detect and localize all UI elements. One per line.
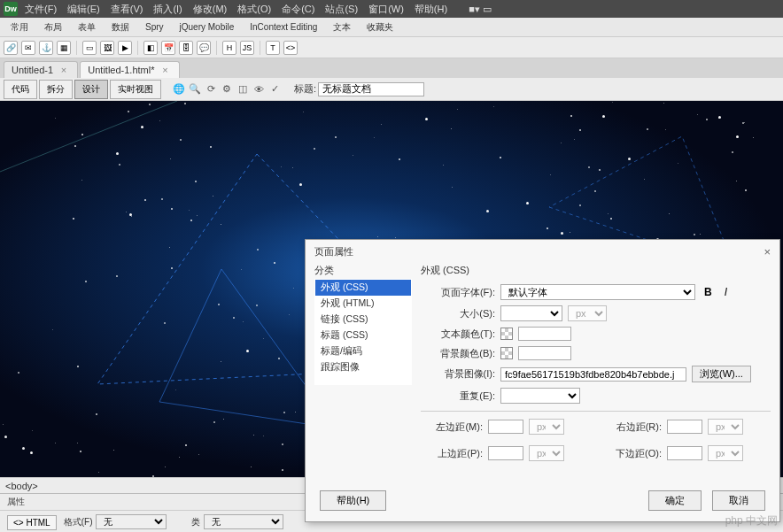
image-icon[interactable]: 🖼 <box>100 41 114 55</box>
size-select[interactable] <box>500 305 562 321</box>
insert-tab-incontext[interactable]: InContext Editing <box>243 20 324 34</box>
check-icon[interactable]: ✓ <box>267 82 282 96</box>
menu-edit[interactable]: 编辑(E) <box>64 1 104 18</box>
margin-bottom-unit[interactable]: px <box>708 445 743 461</box>
template-icon[interactable]: T <box>266 41 280 55</box>
view-split-button[interactable]: 拆分 <box>39 80 73 99</box>
bg-color-input[interactable] <box>518 346 571 360</box>
view-live-button[interactable]: 实时视图 <box>110 80 161 99</box>
body-tag[interactable]: <body> <box>5 481 38 491</box>
menu-format[interactable]: 格式(O) <box>234 1 275 18</box>
live-code-icon[interactable]: 🌐 <box>172 82 186 96</box>
category-item-appearance-css[interactable]: 外观 (CSS) <box>315 280 411 296</box>
document-tabs: Untitled-1 × Untitled-1.html* × <box>0 58 783 78</box>
insert-tab-common[interactable]: 常用 <box>4 19 35 35</box>
insert-tab-data[interactable]: 数据 <box>105 19 136 35</box>
separator <box>260 41 260 55</box>
class-label: 类 <box>191 516 200 528</box>
visual-aids-icon[interactable]: ◫ <box>236 82 250 96</box>
category-item-appearance-html[interactable]: 外观 (HTML) <box>315 296 411 312</box>
browse-button[interactable]: 浏览(W)... <box>692 366 751 382</box>
help-button[interactable]: 帮助(H) <box>320 490 386 511</box>
font-select[interactable]: 默认字体 <box>500 284 695 300</box>
margin-bottom-input[interactable] <box>667 446 702 460</box>
app-logo: Dw <box>4 2 18 16</box>
insert-toolbar: 常用 布局 表单 数据 Spry jQuery Mobile InContext… <box>0 18 783 37</box>
size-unit-select[interactable]: px <box>568 305 607 321</box>
div-icon[interactable]: ▭ <box>82 41 97 55</box>
workspace-switcher[interactable]: ■▾ ▭ <box>465 2 495 17</box>
insert-tab-text[interactable]: 文本 <box>326 19 358 35</box>
divider <box>421 411 771 412</box>
close-icon[interactable]: × <box>764 245 771 258</box>
repeat-select[interactable] <box>500 388 580 404</box>
document-tab[interactable]: Untitled-1 × <box>4 61 78 78</box>
hyperlink-icon[interactable]: 🔗 <box>4 41 18 55</box>
italic-button[interactable]: I <box>721 286 731 298</box>
email-icon[interactable]: ✉ <box>21 41 35 55</box>
insert-icon-toolbar: 🔗 ✉ ⚓ ▦ ▭ 🖼 ▶ ◧ 📅 🗄 💬 H JS T <> <box>0 37 783 58</box>
margin-left-input[interactable] <box>488 420 523 434</box>
size-label: 大小(S): <box>421 307 495 320</box>
cancel-button[interactable]: 取消 <box>712 490 765 511</box>
bg-color-swatch[interactable] <box>500 347 513 359</box>
class-select[interactable]: 无 <box>204 514 283 529</box>
tag-icon[interactable]: <> <box>283 41 298 55</box>
insert-tab-jquery[interactable]: jQuery Mobile <box>173 20 242 34</box>
table-icon[interactable]: ▦ <box>57 41 71 55</box>
document-tab[interactable]: Untitled-1.html* × <box>80 61 179 78</box>
widget-icon[interactable]: ◧ <box>143 41 158 55</box>
insert-tab-spry[interactable]: Spry <box>138 20 171 34</box>
title-input[interactable] <box>318 82 424 96</box>
media-icon[interactable]: ▶ <box>118 41 132 55</box>
text-color-label: 文本颜色(T): <box>421 328 495 341</box>
options-icon[interactable]: ⚙ <box>220 82 234 96</box>
category-list[interactable]: 外观 (CSS) 外观 (HTML) 链接 (CSS) 标题 (CSS) 标题/… <box>314 279 412 385</box>
insert-tab-layout[interactable]: 布局 <box>37 19 69 35</box>
category-item-links[interactable]: 链接 (CSS) <box>315 312 411 328</box>
margin-right-input[interactable] <box>667 420 702 434</box>
menu-file[interactable]: 文件(F) <box>21 1 60 18</box>
margin-left-label: 左边距(M): <box>421 420 483 434</box>
insert-tab-fav[interactable]: 收藏夹 <box>360 19 400 35</box>
html-mode-button[interactable]: <> HTML <box>7 515 57 530</box>
menu-view[interactable]: 查看(V) <box>107 1 147 18</box>
menu-commands[interactable]: 命令(C) <box>278 1 318 18</box>
preview-icon[interactable]: 👁 <box>252 82 266 96</box>
menu-site[interactable]: 站点(S) <box>322 1 361 18</box>
format-label: 格式(F) <box>64 516 93 528</box>
menu-window[interactable]: 窗口(W) <box>365 1 407 18</box>
date-icon[interactable]: 📅 <box>161 41 175 55</box>
menu-modify[interactable]: 修改(M) <box>190 1 231 18</box>
format-select[interactable]: 无 <box>96 514 167 529</box>
margin-top-input[interactable] <box>488 446 523 460</box>
bg-image-input[interactable] <box>500 367 686 382</box>
script-icon[interactable]: JS <box>240 41 254 55</box>
close-icon[interactable]: × <box>162 65 167 75</box>
text-color-swatch[interactable] <box>500 328 513 340</box>
comment-icon[interactable]: 💬 <box>197 41 211 55</box>
server-icon[interactable]: 🗄 <box>179 41 193 55</box>
text-color-input[interactable] <box>518 327 571 341</box>
margin-top-unit[interactable]: px <box>529 445 564 461</box>
ok-button[interactable]: 确定 <box>648 490 702 511</box>
anchor-icon[interactable]: ⚓ <box>39 41 53 55</box>
menu-insert[interactable]: 插入(I) <box>150 1 185 18</box>
bold-button[interactable]: B <box>701 286 716 298</box>
head-icon[interactable]: H <box>222 41 236 55</box>
margin-right-unit[interactable]: px <box>708 419 743 435</box>
view-code-button[interactable]: 代码 <box>4 80 37 99</box>
margin-left-unit[interactable]: px <box>529 419 564 435</box>
category-label: 分类 <box>314 264 412 277</box>
menu-help[interactable]: 帮助(H) <box>411 1 451 18</box>
repeat-label: 重复(E): <box>421 389 495 403</box>
inspect-icon[interactable]: 🔍 <box>188 82 202 96</box>
category-item-encoding[interactable]: 标题/编码 <box>315 343 411 359</box>
category-item-headings[interactable]: 标题 (CSS) <box>315 328 411 343</box>
close-icon[interactable]: × <box>61 65 66 75</box>
view-design-button[interactable]: 设计 <box>74 80 108 99</box>
insert-tab-forms[interactable]: 表单 <box>71 19 103 35</box>
category-item-tracing[interactable]: 跟踪图像 <box>315 359 411 375</box>
refresh-icon[interactable]: ⟳ <box>204 82 218 96</box>
margin-bottom-label: 下边距(O): <box>600 447 662 460</box>
